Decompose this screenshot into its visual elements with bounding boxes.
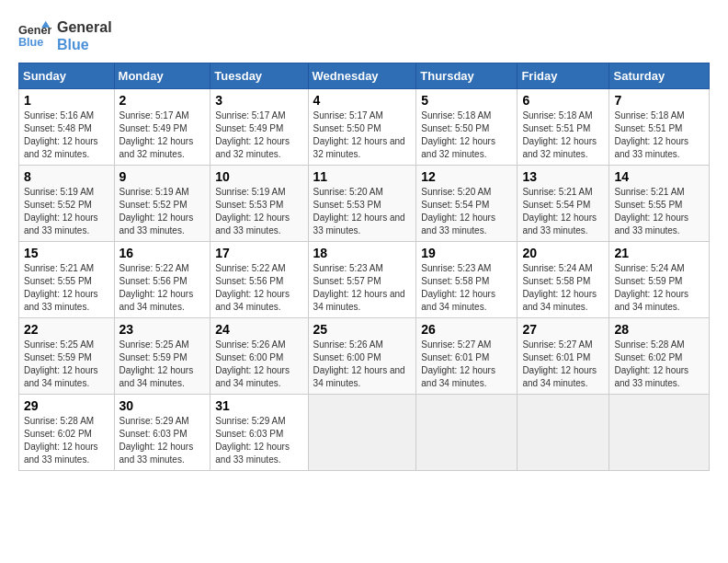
calendar-cell: 22 Sunrise: 5:25 AMSunset: 5:59 PMDaylig… — [19, 318, 115, 395]
day-number: 15 — [24, 246, 109, 260]
calendar-week-row: 1 Sunrise: 5:16 AMSunset: 5:48 PMDayligh… — [19, 89, 710, 166]
calendar-cell: 11 Sunrise: 5:20 AMSunset: 5:53 PMDaylig… — [308, 166, 416, 242]
calendar-cell: 17 Sunrise: 5:22 AMSunset: 5:56 PMDaylig… — [210, 242, 308, 318]
calendar-cell: 10 Sunrise: 5:19 AMSunset: 5:53 PMDaylig… — [210, 166, 308, 242]
day-number: 2 — [119, 93, 206, 108]
calendar-cell: 19 Sunrise: 5:23 AMSunset: 5:58 PMDaylig… — [416, 242, 518, 318]
calendar-cell: 25 Sunrise: 5:26 AMSunset: 6:00 PMDaylig… — [308, 318, 416, 395]
calendar-cell: 23 Sunrise: 5:25 AMSunset: 5:59 PMDaylig… — [114, 318, 210, 395]
day-info: Sunrise: 5:18 AMSunset: 5:51 PMDaylight:… — [522, 110, 597, 159]
logo-subtext: Blue — [57, 36, 112, 53]
weekday-header: Saturday — [609, 63, 710, 89]
day-number: 22 — [24, 322, 109, 337]
day-info: Sunrise: 5:28 AMSunset: 6:02 PMDaylight:… — [24, 416, 98, 465]
day-info: Sunrise: 5:24 AMSunset: 5:59 PMDaylight:… — [614, 263, 688, 312]
calendar-week-row: 29 Sunrise: 5:28 AMSunset: 6:02 PMDaylig… — [19, 395, 710, 471]
day-info: Sunrise: 5:20 AMSunset: 5:54 PMDaylight:… — [421, 187, 495, 236]
day-number: 10 — [215, 169, 302, 184]
day-number: 9 — [119, 169, 206, 184]
calendar-cell: 31 Sunrise: 5:29 AMSunset: 6:03 PMDaylig… — [210, 395, 308, 471]
calendar-cell: 12 Sunrise: 5:20 AMSunset: 5:54 PMDaylig… — [416, 166, 518, 242]
day-number: 4 — [313, 93, 412, 108]
calendar-cell — [308, 395, 416, 471]
calendar-cell: 26 Sunrise: 5:27 AMSunset: 6:01 PMDaylig… — [416, 318, 518, 395]
day-number: 24 — [215, 322, 302, 337]
calendar-cell: 3 Sunrise: 5:17 AMSunset: 5:49 PMDayligh… — [210, 89, 308, 166]
day-info: Sunrise: 5:20 AMSunset: 5:53 PMDaylight:… — [313, 187, 405, 236]
weekday-header: Monday — [114, 63, 210, 89]
day-number: 1 — [24, 93, 109, 108]
day-info: Sunrise: 5:19 AMSunset: 5:53 PMDaylight:… — [215, 187, 290, 236]
weekday-header: Tuesday — [210, 63, 308, 89]
calendar-cell — [609, 395, 710, 471]
day-info: Sunrise: 5:22 AMSunset: 5:56 PMDaylight:… — [215, 263, 290, 312]
calendar-cell: 21 Sunrise: 5:24 AMSunset: 5:59 PMDaylig… — [609, 242, 710, 318]
calendar-cell: 27 Sunrise: 5:27 AMSunset: 6:01 PMDaylig… — [518, 318, 609, 395]
day-number: 31 — [215, 398, 302, 413]
day-number: 17 — [215, 246, 302, 260]
calendar-cell: 29 Sunrise: 5:28 AMSunset: 6:02 PMDaylig… — [19, 395, 115, 471]
day-number: 6 — [522, 93, 604, 108]
day-info: Sunrise: 5:17 AMSunset: 5:49 PMDaylight:… — [119, 110, 194, 159]
day-info: Sunrise: 5:29 AMSunset: 6:03 PMDaylight:… — [215, 416, 290, 465]
day-info: Sunrise: 5:22 AMSunset: 5:56 PMDaylight:… — [119, 263, 194, 312]
calendar-cell — [416, 395, 518, 471]
calendar-cell: 8 Sunrise: 5:19 AMSunset: 5:52 PMDayligh… — [19, 166, 115, 242]
calendar-cell: 13 Sunrise: 5:21 AMSunset: 5:54 PMDaylig… — [518, 166, 609, 242]
calendar-cell: 16 Sunrise: 5:22 AMSunset: 5:56 PMDaylig… — [114, 242, 210, 318]
calendar-week-row: 8 Sunrise: 5:19 AMSunset: 5:52 PMDayligh… — [19, 166, 710, 242]
day-number: 30 — [119, 398, 206, 413]
day-number: 5 — [421, 93, 512, 108]
logo-text: General — [57, 18, 112, 36]
calendar-table: SundayMondayTuesdayWednesdayThursdayFrid… — [18, 63, 710, 471]
day-info: Sunrise: 5:21 AMSunset: 5:55 PMDaylight:… — [614, 187, 688, 236]
calendar-cell: 5 Sunrise: 5:18 AMSunset: 5:50 PMDayligh… — [416, 89, 518, 166]
calendar-cell: 20 Sunrise: 5:24 AMSunset: 5:58 PMDaylig… — [518, 242, 609, 318]
logo: General Blue General Blue — [18, 18, 112, 53]
day-number: 23 — [119, 322, 206, 337]
calendar-cell: 15 Sunrise: 5:21 AMSunset: 5:55 PMDaylig… — [19, 242, 115, 318]
day-info: Sunrise: 5:17 AMSunset: 5:49 PMDaylight:… — [215, 110, 290, 159]
calendar-week-row: 15 Sunrise: 5:21 AMSunset: 5:55 PMDaylig… — [19, 242, 710, 318]
day-info: Sunrise: 5:27 AMSunset: 6:01 PMDaylight:… — [421, 339, 495, 388]
day-number: 7 — [614, 93, 704, 108]
day-number: 25 — [313, 322, 412, 337]
calendar-cell: 6 Sunrise: 5:18 AMSunset: 5:51 PMDayligh… — [518, 89, 609, 166]
weekday-header-row: SundayMondayTuesdayWednesdayThursdayFrid… — [19, 63, 710, 89]
day-info: Sunrise: 5:19 AMSunset: 5:52 PMDaylight:… — [24, 187, 98, 236]
calendar-cell: 9 Sunrise: 5:19 AMSunset: 5:52 PMDayligh… — [114, 166, 210, 242]
day-info: Sunrise: 5:21 AMSunset: 5:55 PMDaylight:… — [24, 263, 98, 312]
day-number: 8 — [24, 169, 109, 184]
calendar-cell: 24 Sunrise: 5:26 AMSunset: 6:00 PMDaylig… — [210, 318, 308, 395]
weekday-header: Thursday — [416, 63, 518, 89]
page-header: General Blue General Blue — [18, 18, 710, 53]
day-info: Sunrise: 5:25 AMSunset: 5:59 PMDaylight:… — [24, 339, 98, 388]
day-number: 21 — [614, 246, 704, 260]
day-number: 26 — [421, 322, 512, 337]
day-number: 29 — [24, 398, 109, 413]
day-number: 28 — [614, 322, 704, 337]
day-number: 12 — [421, 169, 512, 184]
day-number: 13 — [522, 169, 604, 184]
day-info: Sunrise: 5:24 AMSunset: 5:58 PMDaylight:… — [522, 263, 597, 312]
day-info: Sunrise: 5:17 AMSunset: 5:50 PMDaylight:… — [313, 110, 405, 159]
calendar-cell: 4 Sunrise: 5:17 AMSunset: 5:50 PMDayligh… — [308, 89, 416, 166]
day-info: Sunrise: 5:26 AMSunset: 6:00 PMDaylight:… — [215, 339, 290, 388]
day-number: 16 — [119, 246, 206, 260]
day-info: Sunrise: 5:21 AMSunset: 5:54 PMDaylight:… — [522, 187, 597, 236]
weekday-header: Sunday — [19, 63, 115, 89]
calendar-cell: 1 Sunrise: 5:16 AMSunset: 5:48 PMDayligh… — [19, 89, 115, 166]
day-number: 18 — [313, 246, 412, 260]
calendar-cell: 7 Sunrise: 5:18 AMSunset: 5:51 PMDayligh… — [609, 89, 710, 166]
day-number: 3 — [215, 93, 302, 108]
day-info: Sunrise: 5:28 AMSunset: 6:02 PMDaylight:… — [614, 339, 688, 388]
calendar-cell: 2 Sunrise: 5:17 AMSunset: 5:49 PMDayligh… — [114, 89, 210, 166]
weekday-header: Friday — [518, 63, 609, 89]
day-info: Sunrise: 5:18 AMSunset: 5:51 PMDaylight:… — [614, 110, 688, 159]
day-info: Sunrise: 5:23 AMSunset: 5:57 PMDaylight:… — [313, 263, 405, 312]
calendar-cell: 18 Sunrise: 5:23 AMSunset: 5:57 PMDaylig… — [308, 242, 416, 318]
day-info: Sunrise: 5:16 AMSunset: 5:48 PMDaylight:… — [24, 110, 98, 159]
calendar-cell: 14 Sunrise: 5:21 AMSunset: 5:55 PMDaylig… — [609, 166, 710, 242]
svg-text:Blue: Blue — [18, 36, 43, 49]
weekday-header: Wednesday — [308, 63, 416, 89]
